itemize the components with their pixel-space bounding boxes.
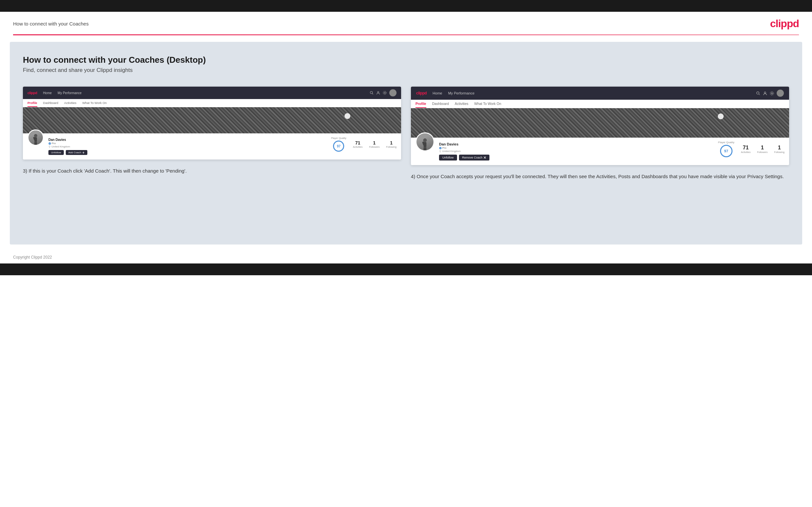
svg-point-18 (771, 93, 772, 94)
mock-banner-right (411, 108, 789, 137)
bottom-bar (0, 264, 812, 275)
mock-browser-right: clippd Home My Performance (411, 87, 789, 165)
svg-point-3 (384, 92, 386, 94)
tab-dashboard-left[interactable]: Dashboard (43, 101, 58, 107)
tab-what-to-work-on-right[interactable]: What To Work On (474, 102, 501, 108)
page-heading: How to connect with your Coaches (Deskto… (23, 55, 789, 65)
svg-rect-8 (34, 142, 36, 145)
top-bar (0, 0, 812, 12)
svg-rect-23 (424, 147, 425, 150)
mock-nav-home-right: Home (433, 91, 442, 95)
mock-logo-right: clippd (416, 91, 426, 96)
svg-point-26 (440, 150, 441, 152)
mock-banner-ball-right (718, 113, 724, 119)
tab-profile-right[interactable]: Profile (415, 102, 426, 108)
location-icon-right (439, 150, 441, 153)
mock-avatar-inner-right (416, 133, 434, 150)
footer: Copyright Clippd 2022 (0, 251, 812, 264)
mock-tabs-right: Profile Dashboard Activities What To Wor… (411, 100, 789, 108)
mock-tabs-left: Profile Dashboard Activities What To Wor… (23, 99, 401, 107)
mock-nav-home-left: Home (43, 91, 52, 95)
mock-profile-area-right: Dan Davies Pro United Kingdom Unfollow (411, 137, 789, 165)
svg-line-16 (759, 94, 760, 95)
search-icon (370, 91, 373, 95)
unfollow-button-right[interactable]: Unfollow (439, 155, 457, 161)
unfollow-button-left[interactable]: Unfollow (48, 150, 64, 155)
svg-line-1 (372, 94, 373, 95)
tab-activities-left[interactable]: Activities (64, 101, 76, 107)
profile-name-left: Dan Davies (48, 138, 324, 142)
tab-dashboard-right[interactable]: Dashboard (432, 102, 449, 108)
player-quality-stat-right: Player Quality 97 (718, 141, 734, 157)
mock-profile-info-right: Dan Davies Pro United Kingdom Unfollow (439, 141, 711, 161)
svg-point-11 (49, 146, 50, 147)
player-quality-stat-left: Player Quality 97 (331, 136, 347, 152)
mock-banner-left (23, 107, 401, 133)
svg-point-17 (764, 92, 766, 93)
mock-banner-bg-right (411, 108, 789, 137)
svg-point-20 (423, 138, 426, 142)
step3-description: 3) If this is your Coach click 'Add Coac… (23, 167, 401, 175)
verified-icon-right (439, 147, 442, 150)
settings-icon (383, 91, 387, 95)
mock-nav-performance-left: My Performance (58, 91, 82, 95)
following-stat-left: 1 Following (386, 140, 397, 149)
plus-icon-left (82, 151, 85, 154)
mock-avatar-right (415, 132, 435, 151)
activities-stat-left: 71 Activities (353, 140, 363, 149)
tab-profile-left[interactable]: Profile (28, 101, 37, 107)
svg-point-5 (34, 134, 37, 137)
header: How to connect with your Coaches clippd (0, 12, 812, 34)
settings-icon-right (770, 91, 774, 96)
profile-info-stats-left: Dan Davies Pro United Kingdom Unfollow (48, 136, 397, 155)
profile-role-left: Pro (48, 142, 324, 145)
activities-stat-right: 71 Activities (741, 145, 751, 154)
search-icon-right (756, 91, 760, 96)
mock-banner-ball-left (345, 113, 350, 119)
tab-activities-right[interactable]: Activities (455, 102, 468, 108)
mock-banner-bg-left (23, 107, 401, 133)
mock-nav-left: clippd Home My Performance (23, 87, 401, 99)
quality-circle-right: 97 (720, 145, 732, 157)
main-content: How to connect with your Coaches (Deskto… (10, 42, 802, 244)
svg-rect-9 (36, 142, 37, 145)
mock-avatar-inner-left (29, 130, 43, 145)
svg-point-2 (377, 92, 379, 93)
remove-coach-button-right[interactable]: Remove Coach (459, 155, 490, 161)
profile-buttons-left: Unfollow Add Coach (48, 150, 324, 155)
mock-nav-icons-left (370, 89, 397, 97)
mock-nav-icons-right (756, 90, 784, 97)
mock-avatar-left (28, 129, 44, 146)
followers-stat-right: 1 Followers (757, 145, 767, 154)
header-title: How to connect with your Coaches (13, 21, 89, 26)
svg-point-0 (370, 92, 373, 94)
svg-rect-24 (425, 147, 426, 150)
mock-profile-area-left: Dan Davies Pro United Kingdom Unfollow (23, 133, 401, 160)
profile-info-stats-right: Dan Davies Pro United Kingdom Unfollow (439, 141, 784, 161)
header-divider (13, 34, 799, 35)
nav-avatar-icon (389, 89, 397, 97)
mock-logo-left: clippd (28, 91, 37, 95)
profile-location-right: United Kingdom (439, 150, 711, 153)
mock-stats-right: Player Quality 97 71 Activities 1 Follow… (715, 141, 784, 157)
following-stat-right: 1 Following (774, 145, 784, 154)
svg-point-4 (383, 91, 386, 95)
profile-location-left: United Kingdom (48, 145, 324, 148)
mock-nav-right: clippd Home My Performance (411, 87, 789, 100)
screenshots-row: clippd Home My Performance (23, 87, 789, 180)
quality-circle-left: 97 (333, 140, 344, 152)
copyright: Copyright Clippd 2022 (13, 255, 52, 260)
profile-name-right: Dan Davies (439, 142, 711, 146)
followers-stat-left: 1 Followers (369, 140, 379, 149)
logo: clippd (770, 18, 799, 30)
user-icon-right (763, 91, 767, 96)
add-coach-button-left[interactable]: Add Coach (66, 150, 88, 155)
mock-profile-info-left: Dan Davies Pro United Kingdom Unfollow (48, 136, 324, 155)
page-subheading: Find, connect and share your Clippd insi… (23, 67, 789, 73)
mock-browser-left: clippd Home My Performance (23, 87, 401, 160)
profile-buttons-right: Unfollow Remove Coach (439, 155, 711, 161)
screenshot-col-right: clippd Home My Performance (411, 87, 789, 180)
tab-what-to-work-on-left[interactable]: What To Work On (83, 101, 107, 107)
verified-icon-left (48, 142, 51, 145)
avatar-figure-right (419, 137, 430, 150)
